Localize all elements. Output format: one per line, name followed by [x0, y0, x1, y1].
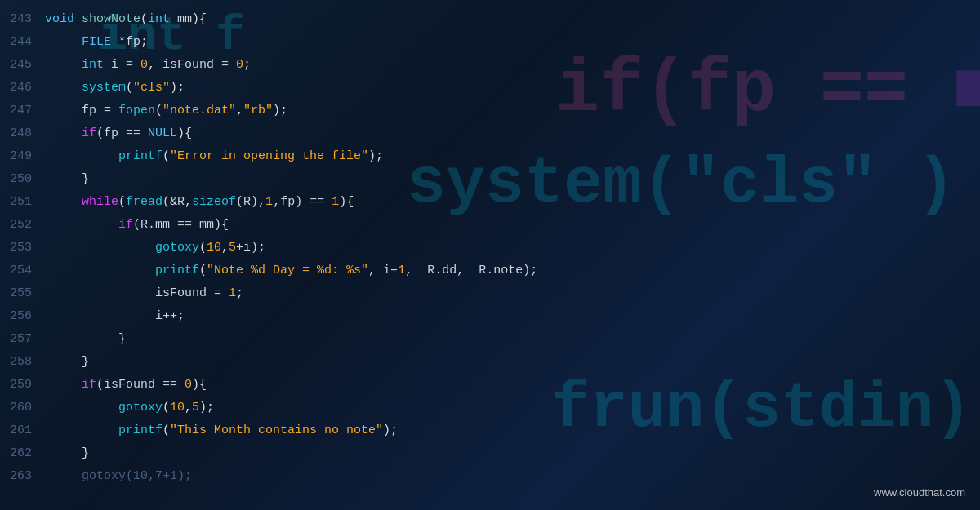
- token: 5: [229, 241, 236, 255]
- token: );: [273, 104, 287, 118]
- code-line-259: 259 if(isFound == 0){: [0, 374, 980, 397]
- token: 1: [332, 195, 339, 209]
- token: (: [199, 241, 207, 255]
- token: [45, 126, 82, 140]
- token: , R.dd, R.note);: [405, 264, 537, 277]
- code-line-255: 255 isFound = 1;: [0, 282, 980, 305]
- code-container: 243void showNote(int mm){244 FILE *fp;24…: [0, 0, 980, 510]
- line-number-246: 246: [0, 77, 45, 100]
- token: , isFound =: [148, 58, 236, 72]
- line-number-260: 260: [0, 397, 45, 419]
- code-line-248: 248 if(fp == NULL){: [0, 122, 980, 145]
- token: 5: [192, 401, 199, 415]
- code-line-250: 250 }: [0, 168, 980, 191]
- line-code-257: }: [45, 328, 126, 351]
- line-code-243: void showNote(int mm){: [45, 8, 207, 31]
- line-number-249: 249: [0, 145, 45, 168]
- line-number-252: 252: [0, 214, 45, 237]
- token: i++;: [155, 309, 185, 323]
- token: [45, 104, 82, 118]
- token: "Error in opening the file": [170, 149, 368, 163]
- token: 1: [265, 195, 273, 209]
- line-code-248: if(fp == NULL){: [45, 122, 192, 145]
- token: int: [148, 12, 177, 26]
- line-code-251: while(fread(&R,sizeof(R),1,fp) == 1){: [45, 191, 354, 214]
- token: gotoxy(10,7+1);: [82, 469, 192, 483]
- token: ){: [192, 12, 207, 26]
- token: [45, 332, 118, 346]
- token: printf: [118, 424, 163, 437]
- line-code-263: gotoxy(10,7+1);: [45, 465, 192, 488]
- token: gotoxy: [118, 401, 163, 415]
- line-number-253: 253: [0, 237, 45, 259]
- code-line-243: 243void showNote(int mm){: [0, 8, 980, 31]
- token: [45, 218, 118, 232]
- line-code-262: }: [45, 442, 89, 465]
- code-line-247: 247 fp = fopen("note.dat","rb");: [0, 100, 980, 122]
- code-line-262: 262 }: [0, 442, 980, 465]
- line-number-259: 259: [0, 374, 45, 397]
- token: [45, 424, 118, 437]
- token: void: [45, 12, 82, 26]
- line-number-262: 262: [0, 442, 45, 465]
- token: [45, 35, 82, 49]
- token: showNote: [82, 12, 140, 26]
- token: gotoxy: [155, 241, 199, 255]
- token: (: [199, 264, 207, 277]
- token: ,: [221, 241, 229, 255]
- token: ,: [185, 401, 192, 415]
- line-number-245: 245: [0, 54, 45, 77]
- token: i =: [111, 58, 140, 72]
- token: (R),: [236, 195, 265, 209]
- token: 0: [236, 58, 243, 72]
- token: (&R,: [163, 195, 192, 209]
- token: (: [140, 12, 148, 26]
- token: fopen: [118, 104, 155, 118]
- token: [45, 241, 155, 255]
- token: while: [82, 195, 118, 209]
- token: [45, 172, 82, 186]
- token: fp =: [82, 104, 118, 118]
- line-number-257: 257: [0, 328, 45, 351]
- line-number-254: 254: [0, 259, 45, 282]
- token: [45, 195, 82, 209]
- line-code-249: printf("Error in opening the file");: [45, 145, 383, 168]
- line-number-255: 255: [0, 282, 45, 305]
- token: );: [383, 424, 398, 437]
- code-line-244: 244 FILE *fp;: [0, 31, 980, 54]
- token: sizeof: [192, 195, 236, 209]
- token: 1: [229, 286, 236, 300]
- token: [45, 469, 82, 483]
- token: );: [199, 401, 214, 415]
- token: (R.mm == mm){: [133, 218, 229, 232]
- token: "Note %d Day = %d: %s": [207, 264, 368, 277]
- code-line-252: 252 if(R.mm == mm){: [0, 214, 980, 237]
- code-line-249: 249 printf("Error in opening the file");: [0, 145, 980, 168]
- token: isFound =: [155, 286, 229, 300]
- line-number-263: 263: [0, 465, 45, 488]
- token: [45, 378, 82, 392]
- token: ;: [243, 58, 251, 72]
- token: (: [118, 195, 126, 209]
- token: ,fp) ==: [273, 195, 332, 209]
- token: , i+: [368, 264, 398, 277]
- code-line-253: 253 gotoxy(10,5+i);: [0, 237, 980, 259]
- token: 1: [398, 264, 405, 277]
- token: 0: [140, 58, 148, 72]
- token: );: [170, 81, 185, 95]
- line-number-244: 244: [0, 31, 45, 54]
- token: mm: [177, 12, 192, 26]
- token: *fp;: [118, 35, 148, 49]
- line-code-256: i++;: [45, 305, 185, 328]
- code-line-263: 263 gotoxy(10,7+1);: [0, 465, 980, 488]
- token: ){: [177, 126, 192, 140]
- token: ,: [236, 104, 243, 118]
- line-number-256: 256: [0, 305, 45, 328]
- logo-watermark: www.cloudthat.com: [874, 486, 965, 499]
- token: ;: [236, 286, 243, 300]
- token: }: [82, 172, 89, 186]
- line-code-252: if(R.mm == mm){: [45, 214, 229, 237]
- token: "cls": [133, 81, 170, 95]
- token: fread: [126, 195, 163, 209]
- token: (: [163, 149, 170, 163]
